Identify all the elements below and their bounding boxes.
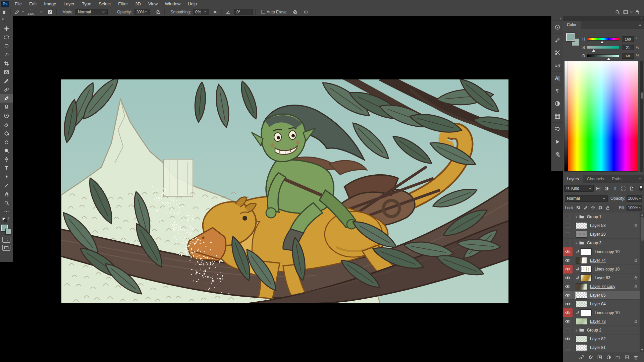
color-panel-swatches[interactable] <box>566 33 581 48</box>
brush-preview[interactable]: ·˙· 2400 <box>26 8 40 16</box>
paint-bucket-tool[interactable] <box>0 129 13 137</box>
layer-row[interactable]: ›Group 1 <box>563 213 644 221</box>
layer-thumbnail[interactable] <box>576 292 587 299</box>
hand-tool[interactable] <box>0 190 13 198</box>
new-group-button[interactable] <box>614 354 621 361</box>
group-chevron-icon[interactable]: › <box>576 327 577 333</box>
layer-name[interactable]: Group 1 <box>587 215 601 219</box>
quick-mask-button[interactable] <box>2 237 10 243</box>
layer-thumbnail[interactable] <box>576 257 587 264</box>
layer-row[interactable]: Layer 85 <box>563 291 644 300</box>
tab-paths[interactable]: Paths <box>608 175 627 183</box>
layer-visibility-eye-icon[interactable] <box>563 335 573 343</box>
timeline-icon[interactable] <box>551 148 563 161</box>
foreground-color-swatch[interactable] <box>566 33 575 41</box>
hsb-slider-handle[interactable] <box>592 48 595 52</box>
toolbar-expand-icon[interactable]: » <box>0 16 13 21</box>
layer-row[interactable]: Layer 72 copy <box>563 282 644 291</box>
layer-name[interactable]: Lines copy 10 <box>595 267 620 272</box>
layer-row[interactable]: Layer 53 <box>563 221 644 230</box>
menu-3d[interactable]: 3D <box>131 0 145 8</box>
layer-visibility-eye-icon[interactable] <box>563 265 573 274</box>
menu-window[interactable]: Window <box>161 0 184 8</box>
brushes-icon[interactable] <box>551 33 563 46</box>
spot-healing-tool[interactable] <box>0 85 13 94</box>
search-icon[interactable] <box>613 8 622 16</box>
adjustment-layer-button[interactable] <box>605 354 612 361</box>
layer-row[interactable]: Layer 74 <box>563 256 644 265</box>
more-tool[interactable] <box>0 207 13 216</box>
layer-name[interactable]: Layer 84 <box>590 302 606 306</box>
grayscale-ramp[interactable] <box>565 61 568 171</box>
layer-visibility-eye-icon[interactable] <box>563 247 573 256</box>
layer-row[interactable]: Layer 81 <box>563 343 644 352</box>
blur-tool[interactable] <box>0 137 13 146</box>
auto-erase-checkbox[interactable] <box>261 10 265 14</box>
layer-filtering-toggle[interactable] <box>639 185 643 191</box>
pencil-tool-preset-icon[interactable] <box>13 8 21 16</box>
delete-layer-button[interactable] <box>633 354 639 361</box>
default-swap-colors[interactable] <box>0 216 13 222</box>
layer-name[interactable]: Layer 85 <box>590 293 606 298</box>
layer-name[interactable]: Layer 72 copy <box>590 284 615 289</box>
frame-tool[interactable] <box>0 68 13 76</box>
layer-name[interactable]: Layer 73 <box>590 319 606 324</box>
new-layer-button[interactable] <box>624 354 630 361</box>
tab-channels[interactable]: Channels <box>583 175 608 183</box>
brush-settings-icon[interactable] <box>551 59 563 71</box>
layer-name[interactable]: Layer 81 <box>590 345 606 350</box>
hsb-slider-handle[interactable] <box>607 56 610 60</box>
move-tool[interactable] <box>0 24 13 33</box>
history-icon[interactable] <box>551 122 563 135</box>
layer-visibility-eye-icon[interactable] <box>563 308 573 317</box>
layer-row[interactable]: Lines copy 10 <box>563 265 644 274</box>
menu-view[interactable]: View <box>145 0 161 8</box>
crop-tool[interactable] <box>0 59 13 68</box>
layer-row[interactable]: Lines copy 10 <box>563 247 644 256</box>
hsb-value[interactable]: 169 <box>622 36 634 42</box>
chevron-down-icon[interactable] <box>40 10 43 14</box>
tool-presets-icon[interactable] <box>551 46 563 59</box>
lock-all-icon[interactable] <box>604 205 611 211</box>
layer-row[interactable]: Layer 28 <box>563 230 644 239</box>
layer-visibility-eye-icon[interactable] <box>563 291 573 300</box>
path-select-tool[interactable] <box>0 172 13 181</box>
filter-type-layers-icon[interactable]: T <box>611 185 619 192</box>
actions-icon[interactable] <box>551 135 563 148</box>
dock-expand-icon[interactable]: « <box>551 16 563 20</box>
menu-image[interactable]: Image <box>40 0 60 8</box>
menu-filter[interactable]: Filter <box>114 0 131 8</box>
smoothing-gear-icon[interactable] <box>211 8 219 16</box>
filter-kind-dropdown[interactable]: Kind <box>564 185 594 192</box>
layer-thumbnail[interactable] <box>580 248 592 255</box>
type-tool[interactable]: T <box>0 164 13 172</box>
layer-thumbnail[interactable] <box>576 301 587 307</box>
history-brush-tool[interactable] <box>0 111 13 120</box>
layer-thumbnail[interactable] <box>580 266 592 273</box>
group-chevron-icon[interactable]: › <box>576 214 577 220</box>
layer-visibility-toggle[interactable] <box>563 239 573 247</box>
layer-thumbnail[interactable] <box>576 336 587 342</box>
lock-pixels-icon[interactable] <box>582 205 589 211</box>
color-spectrum-picker[interactable] <box>564 61 638 172</box>
scroll-down-arrow[interactable]: ▼ <box>640 348 644 352</box>
tab-layers[interactable]: Layers <box>563 175 583 183</box>
layer-thumbnail[interactable] <box>576 222 587 229</box>
layer-thumbnail[interactable] <box>580 275 592 281</box>
layer-visibility-toggle[interactable] <box>563 221 573 230</box>
info-icon[interactable] <box>551 20 563 33</box>
layer-name[interactable]: Layer 82 <box>590 337 606 341</box>
patterns-icon[interactable] <box>551 110 563 122</box>
color-swatches[interactable] <box>1 225 11 235</box>
add-mask-button[interactable] <box>596 354 603 361</box>
tab-color[interactable]: Color <box>563 21 581 29</box>
color-panel-menu-icon[interactable]: ≡ <box>639 22 644 29</box>
dodge-tool[interactable] <box>0 146 13 155</box>
default-colors-icon[interactable] <box>2 218 5 220</box>
workspace-icon[interactable] <box>622 8 630 16</box>
color-panel-scroll-strip[interactable] <box>640 61 643 172</box>
link-layers-button[interactable] <box>578 354 585 361</box>
layer-list-scrollbar[interactable]: ▲ ▼ <box>640 213 644 352</box>
filter-pixel-layers-icon[interactable] <box>594 185 602 192</box>
layer-name[interactable]: Layer 83 <box>595 276 610 280</box>
